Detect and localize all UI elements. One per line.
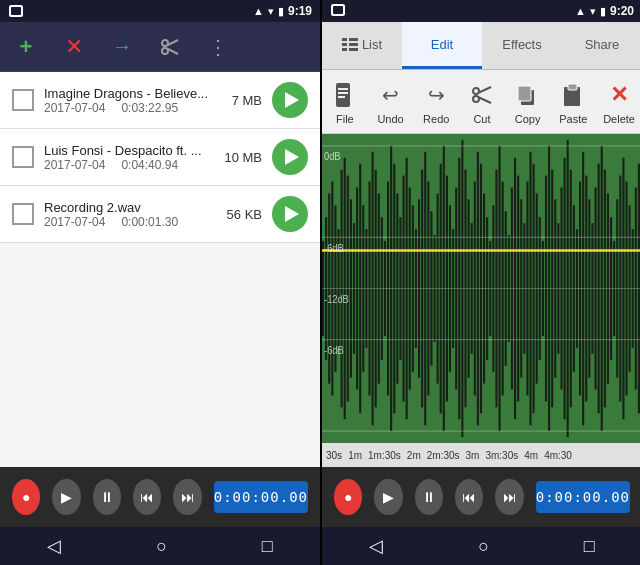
svg-text:-6dB: -6dB (324, 344, 344, 356)
play-transport-button[interactable]: ▶ (52, 479, 80, 515)
file-date-1: 2017-07-04 (44, 158, 105, 172)
undo-tool-label: Undo (377, 113, 403, 125)
home-nav-button[interactable]: ○ (136, 532, 187, 561)
timeline-3m30s: 3m:30s (485, 450, 518, 461)
play-button-0[interactable] (272, 82, 308, 118)
svg-text:0dB: 0dB (324, 151, 341, 163)
tab-edit[interactable]: Edit (402, 22, 482, 69)
tab-edit-label: Edit (431, 37, 453, 52)
left-time: 9:19 (288, 4, 312, 18)
tab-share[interactable]: Share (562, 22, 640, 69)
waveform-area[interactable]: 0dB -6dB -12dB -6dB (322, 134, 640, 443)
file-checkbox-2[interactable] (12, 203, 34, 225)
tab-list[interactable]: List (322, 22, 402, 69)
file-duration-0: 0:03:22.95 (121, 101, 178, 115)
delete-red-icon: ✕ (603, 79, 635, 111)
copy-tool[interactable]: Copy (508, 79, 548, 125)
left-status-left (8, 4, 24, 18)
edit-toolbar: File ↩ Undo ↪ Redo Cut (322, 70, 640, 134)
cut-tool[interactable]: Cut (462, 79, 502, 125)
skip-forward-icon: ⏭ (181, 489, 195, 505)
left-transport: ● ▶ ⏸ ⏮ ⏭ 0:00:00.00 (0, 467, 320, 527)
undo-icon: ↩ (375, 79, 407, 111)
right-home-nav-button[interactable]: ○ (458, 532, 509, 561)
left-panel: ▲ ▾ ▮ 9:19 + ✕ → ⋮ Imagine Dragons - Bel… (0, 0, 320, 565)
file-info-1: Luis Fonsi - Despacito ft. ... 2017-07-0… (44, 143, 224, 172)
add-button[interactable]: + (12, 33, 40, 61)
play-icon: ▶ (61, 489, 72, 505)
file-item-2[interactable]: Recording 2.wav 2017-07-04 0:00:01.30 56… (0, 186, 320, 243)
right-skip-back-button[interactable]: ⏮ (455, 479, 483, 515)
tab-share-label: Share (585, 37, 620, 52)
file-icon (329, 79, 361, 111)
right-record-icon: ● (344, 489, 352, 505)
file-size-0: 7 MB (232, 93, 262, 108)
file-item-0[interactable]: Imagine Dragons - Believe... 2017-07-04 … (0, 72, 320, 129)
right-record-button[interactable]: ● (334, 479, 362, 515)
arrow-button[interactable]: → (108, 33, 136, 61)
file-item-1[interactable]: Luis Fonsi - Despacito ft. ... 2017-07-0… (0, 129, 320, 186)
skip-forward-button[interactable]: ⏭ (173, 479, 201, 515)
file-checkbox-1[interactable] (12, 146, 34, 168)
right-pause-button[interactable]: ⏸ (415, 479, 443, 515)
file-checkbox-0[interactable] (12, 89, 34, 111)
file-tool[interactable]: File (325, 79, 365, 125)
file-meta-1: 2017-07-04 0:04:40.94 (44, 158, 224, 172)
right-back-nav-button[interactable]: ◁ (349, 531, 403, 561)
right-panel: ▲ ▾ ▮ 9:20 List Edit Effects Share (322, 0, 640, 565)
svg-rect-7 (333, 6, 343, 14)
file-date-2: 2017-07-04 (44, 215, 105, 229)
svg-rect-25 (568, 84, 577, 90)
file-meta-2: 2017-07-04 0:00:01.30 (44, 215, 227, 229)
undo-tool[interactable]: ↩ Undo (371, 79, 411, 125)
delete-tool[interactable]: ✕ Delete (599, 79, 639, 125)
app-icon-left (8, 4, 24, 18)
svg-rect-23 (518, 86, 531, 101)
skip-back-icon: ⏮ (140, 489, 154, 505)
timeline-bar: 30s 1m 1m:30s 2m 2m:30s 3m 3m:30s 4m 4m:… (322, 443, 640, 467)
waveform-svg: 0dB -6dB -12dB -6dB (322, 134, 640, 443)
svg-rect-8 (342, 38, 347, 41)
signal-icon: ▲ (253, 5, 264, 17)
svg-line-5 (168, 49, 178, 54)
record-button[interactable]: ● (12, 479, 40, 515)
timeline-2m: 2m (407, 450, 421, 461)
pause-button[interactable]: ⏸ (93, 479, 121, 515)
right-skip-forward-icon: ⏭ (503, 489, 517, 505)
svg-rect-17 (338, 96, 345, 98)
tab-list-label: List (362, 37, 382, 52)
svg-point-2 (162, 40, 168, 46)
play-triangle-2 (285, 206, 299, 222)
svg-rect-14 (336, 83, 350, 107)
right-play-button[interactable]: ▶ (374, 479, 402, 515)
right-play-icon: ▶ (383, 489, 394, 505)
scissors-button[interactable] (156, 33, 184, 61)
timeline-3m: 3m (466, 450, 480, 461)
left-toolbar: + ✕ → ⋮ (0, 22, 320, 72)
delete-button[interactable]: ✕ (60, 33, 88, 61)
right-battery-icon: ▮ (600, 5, 606, 18)
file-meta-0: 2017-07-04 0:03:22.95 (44, 101, 232, 115)
play-button-2[interactable] (272, 196, 308, 232)
right-square-nav-button[interactable]: □ (564, 532, 615, 561)
record-icon: ● (22, 489, 30, 505)
svg-rect-12 (342, 48, 347, 51)
more-button[interactable]: ⋮ (204, 33, 232, 61)
square-nav-button[interactable]: □ (242, 532, 293, 561)
back-nav-button[interactable]: ◁ (27, 531, 81, 561)
svg-text:-12dB: -12dB (324, 293, 349, 305)
svg-rect-9 (349, 38, 358, 41)
svg-rect-16 (338, 92, 348, 94)
file-size-2: 56 KB (227, 207, 262, 222)
play-button-1[interactable] (272, 139, 308, 175)
tab-effects[interactable]: Effects (482, 22, 562, 69)
left-time-display: 0:00:00.00 (214, 481, 308, 513)
paste-tool[interactable]: Paste (553, 79, 593, 125)
right-skip-back-icon: ⏮ (462, 489, 476, 505)
redo-tool[interactable]: ↪ Redo (416, 79, 456, 125)
file-name-0: Imagine Dragons - Believe... (44, 86, 224, 101)
skip-back-button[interactable]: ⏮ (133, 479, 161, 515)
right-skip-forward-button[interactable]: ⏭ (495, 479, 523, 515)
svg-rect-13 (349, 48, 358, 51)
cut-icon (466, 79, 498, 111)
